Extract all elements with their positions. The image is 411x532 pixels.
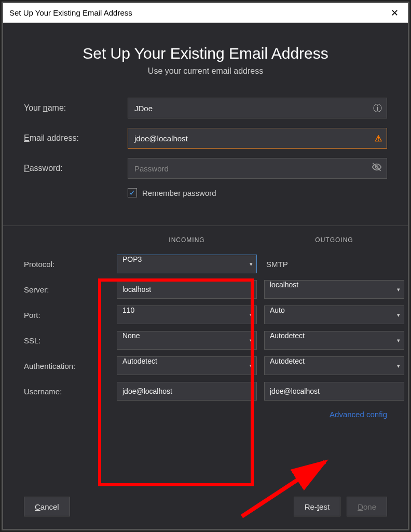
info-icon[interactable]: ⓘ bbox=[373, 102, 382, 114]
username-label: Username: bbox=[24, 387, 109, 396]
incoming-server-input[interactable] bbox=[117, 280, 257, 299]
email-input[interactable] bbox=[128, 128, 387, 149]
done-button[interactable]: Done bbox=[347, 497, 387, 516]
email-label: Email address: bbox=[24, 134, 128, 143]
incoming-ssl-select[interactable]: None bbox=[117, 331, 257, 350]
warning-icon: ⚠ bbox=[375, 134, 382, 143]
outgoing-protocol-text: SMTP bbox=[264, 260, 404, 269]
outgoing-username-input[interactable] bbox=[264, 382, 404, 401]
outgoing-port-select[interactable]: Auto bbox=[264, 305, 404, 324]
name-input[interactable] bbox=[128, 98, 387, 118]
titlebar: Set Up Your Existing Email Address ✕ bbox=[3, 3, 408, 23]
incoming-port-select[interactable]: 110 bbox=[117, 305, 257, 324]
eye-slash-icon[interactable] bbox=[372, 162, 382, 175]
window-title: Set Up Your Existing Email Address bbox=[9, 8, 387, 17]
outgoing-server-select[interactable]: localhost bbox=[264, 280, 404, 299]
port-label: Port: bbox=[24, 311, 109, 320]
auth-label: Authentication: bbox=[24, 362, 109, 370]
remember-checkbox[interactable]: ✓ bbox=[128, 188, 137, 197]
incoming-username-input[interactable] bbox=[117, 382, 257, 401]
outgoing-auth-select[interactable]: Autodetect bbox=[264, 356, 404, 375]
close-icon[interactable]: ✕ bbox=[387, 7, 402, 19]
incoming-header: INCOMING bbox=[117, 236, 257, 248]
ssl-label: SSL: bbox=[24, 336, 109, 345]
advanced-config-link[interactable]: Advanced config bbox=[330, 410, 387, 419]
incoming-auth-select[interactable]: Autodetect bbox=[117, 356, 257, 375]
page-title: Set Up Your Existing Email Address bbox=[3, 45, 408, 62]
incoming-protocol-select[interactable]: POP3 bbox=[117, 255, 257, 273]
password-input[interactable] bbox=[128, 158, 387, 179]
retest-button[interactable]: Re-test bbox=[294, 497, 340, 516]
outgoing-header: OUTGOING bbox=[264, 236, 404, 248]
header: Set Up Your Existing Email Address Use y… bbox=[3, 23, 408, 88]
server-label: Server: bbox=[24, 285, 109, 294]
outgoing-ssl-select[interactable]: Autodetect bbox=[264, 331, 404, 350]
protocol-label: Protocol: bbox=[24, 260, 109, 269]
password-label: Password: bbox=[24, 164, 128, 173]
cancel-button[interactable]: Cancel bbox=[24, 497, 70, 516]
name-label: Your name: bbox=[24, 103, 128, 113]
page-subtitle: Use your current email address bbox=[3, 66, 408, 76]
remember-label: Remember password bbox=[142, 189, 216, 197]
